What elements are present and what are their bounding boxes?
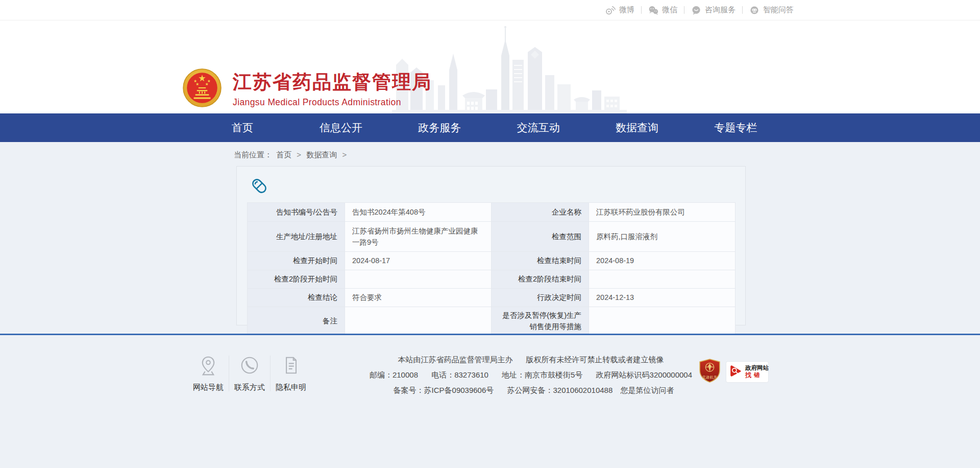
table-label: 是否涉及暂停(恢复)生产销售使用等措施 <box>492 307 589 336</box>
nav-item-interaction[interactable]: 交流互动 <box>489 113 587 142</box>
table-label: 检查范围 <box>492 222 589 252</box>
smart-qa-link[interactable]: 智能问答 <box>749 5 794 15</box>
breadcrumb-separator: > <box>297 150 301 159</box>
qa-label: 智能问答 <box>763 5 794 15</box>
map-pin-icon <box>198 369 219 378</box>
table-label: 生产地址/注册地址 <box>248 222 345 252</box>
weibo-link[interactable]: 微博 <box>605 5 634 15</box>
table-row: 检查2阶段开始时间 检查2阶段结束时间 <box>248 270 736 289</box>
qa-icon <box>749 5 760 15</box>
gov-site-find-error-badge[interactable]: 政府网站 找错 <box>726 362 768 382</box>
table-row: 备注 是否涉及暂停(恢复)生产销售使用等措施 <box>248 307 736 336</box>
nav-item-data-query[interactable]: 数据查询 <box>587 113 686 142</box>
footer-quick-links: 网站导航 联系方式 隐私申明 <box>188 355 311 392</box>
table-label: 检查结论 <box>248 289 345 307</box>
footer-link-label: 网站导航 <box>188 383 229 392</box>
footer-visitor-counter: 您是第位访问者 <box>620 386 674 394</box>
breadcrumb: 当前位置： 首页 > 数据查询 > <box>234 150 980 159</box>
footer-link-sitemap[interactable]: 网站导航 <box>188 355 229 392</box>
table-value: 符合要求 <box>345 289 492 307</box>
inspection-table: 告知书编号/公告号 告知书2024年第408号 企业名称 江苏联环药业股份有限公… <box>247 202 736 336</box>
site-subtitle: Jiangsu Medical Products Administration <box>233 97 432 108</box>
table-value <box>589 270 736 289</box>
badge-gov-site-label: 政府网站 <box>745 364 769 371</box>
table-label: 检查结束时间 <box>492 252 589 270</box>
nav-item-info-disclosure[interactable]: 信息公开 <box>291 113 390 142</box>
table-label: 检查2阶段开始时间 <box>248 270 345 289</box>
table-row: 检查结论 符合要求 行政决定时间 2024-12-13 <box>248 289 736 307</box>
footer-host-text: 本站由江苏省药品监督管理局主办 <box>398 355 512 364</box>
consult-icon <box>691 5 701 15</box>
breadcrumb-prefix: 当前位置： <box>234 150 272 159</box>
footer-copyright-text: 版权所有未经许可禁止转载或者建立镜像 <box>526 355 664 364</box>
national-emblem-logo <box>183 68 222 109</box>
table-value <box>345 307 492 336</box>
table-value: 2024-12-13 <box>589 289 736 307</box>
topbar: 微博 微信 咨询服务 <box>0 0 980 20</box>
table-value <box>589 307 736 336</box>
footer-link-contact[interactable]: 联系方式 <box>229 355 270 392</box>
footer-link-label: 联系方式 <box>229 383 270 392</box>
nav-item-home[interactable]: 首页 <box>193 113 291 142</box>
table-label: 检查2阶段结束时间 <box>492 270 589 289</box>
svg-text:党政机关: 党政机关 <box>702 375 717 380</box>
consult-service-link[interactable]: 咨询服务 <box>691 5 736 15</box>
footer-info: 本站由江苏省药品监督管理局主办 版权所有未经许可禁止转载或者建立镜像 邮编：21… <box>352 352 709 398</box>
footer-line-2: 邮编：210008 电话：83273610 地址：南京市鼓楼街5号 政府网站标识… <box>352 367 709 383</box>
table-label: 告知书编号/公告号 <box>248 203 345 222</box>
footer-line-1: 本站由江苏省药品监督管理局主办 版权所有未经许可禁止转载或者建立镜像 <box>352 352 709 367</box>
find-error-magnifier-icon <box>729 364 743 380</box>
topbar-separator <box>742 6 743 14</box>
footer-badges: 党政机关 政府网站 找错 <box>698 359 768 385</box>
table-row: 检查开始时间 2024-08-17 检查结束时间 2024-08-19 <box>248 252 736 270</box>
footer-phone: 电话：83273610 <box>431 370 488 379</box>
party-gov-shield-badge[interactable]: 党政机关 <box>698 359 721 385</box>
footer-security-number: 苏公网安备：32010602010488 <box>507 386 612 394</box>
wechat-label: 微信 <box>662 5 677 15</box>
table-value: 原料药,口服溶液剂 <box>589 222 736 252</box>
breadcrumb-link-home[interactable]: 首页 <box>276 150 291 159</box>
table-value: 江苏省扬州市扬州生物健康产业园健康一路9号 <box>345 222 492 252</box>
table-row: 生产地址/注册地址 江苏省扬州市扬州生物健康产业园健康一路9号 检查范围 原料药… <box>248 222 736 252</box>
table-value: 告知书2024年第408号 <box>345 203 492 222</box>
footer: 网站导航 联系方式 隐私申明 <box>0 335 980 466</box>
consult-label: 咨询服务 <box>705 5 736 15</box>
footer-postcode: 邮编：210008 <box>370 370 418 379</box>
table-value: 2024-08-17 <box>345 252 492 270</box>
table-label: 行政决定时间 <box>492 289 589 307</box>
footer-icp-number: 备案号：苏ICP备09039606号 <box>394 386 494 394</box>
table-value: 2024-08-19 <box>589 252 736 270</box>
main-nav: 首页 信息公开 政务服务 交流互动 数据查询 专题专栏 <box>0 113 980 142</box>
find-error-badge-text: 政府网站 找错 <box>745 364 769 379</box>
weibo-icon <box>605 5 616 15</box>
footer-site-id: 政府网站标识码3200000004 <box>596 370 692 379</box>
table-label: 企业名称 <box>492 203 589 222</box>
nav-item-gov-services[interactable]: 政务服务 <box>390 113 489 142</box>
privacy-icon <box>280 369 302 378</box>
site-title: 江苏省药品监督管理局 <box>233 72 432 93</box>
site-identity: 江苏省药品监督管理局 Jiangsu Medical Products Admi… <box>233 68 432 108</box>
table-value: 江苏联环药业股份有限公司 <box>589 203 736 222</box>
badge-find-error-label: 找错 <box>745 371 769 379</box>
topbar-separator <box>684 6 684 14</box>
footer-link-privacy[interactable]: 隐私申明 <box>271 355 311 392</box>
breadcrumb-separator: > <box>342 150 347 159</box>
wechat-icon <box>648 5 658 15</box>
phone-icon <box>239 369 260 378</box>
breadcrumb-link-data-query[interactable]: 数据查询 <box>306 150 337 159</box>
footer-link-label: 隐私申明 <box>271 383 311 392</box>
content-area: 当前位置： 首页 > 数据查询 > 告知书编号/公告号 告知书2024年第408… <box>0 142 980 334</box>
footer-address: 地址：南京市鼓楼街5号 <box>502 370 582 379</box>
table-value <box>345 270 492 289</box>
inspection-detail-card: 告知书编号/公告号 告知书2024年第408号 企业名称 江苏联环药业股份有限公… <box>236 166 746 325</box>
site-header: 江苏省药品监督管理局 Jiangsu Medical Products Admi… <box>0 20 980 113</box>
table-label: 备注 <box>248 307 345 336</box>
table-row: 告知书编号/公告号 告知书2024年第408号 企业名称 江苏联环药业股份有限公… <box>248 203 736 222</box>
table-label: 检查开始时间 <box>248 252 345 270</box>
weibo-label: 微博 <box>619 5 634 15</box>
footer-line-3: 备案号：苏ICP备09039606号 苏公网安备：32010602010488 … <box>352 383 709 398</box>
topbar-separator <box>641 6 642 14</box>
pill-icon <box>250 177 735 197</box>
wechat-link[interactable]: 微信 <box>648 5 677 15</box>
nav-item-special-topics[interactable]: 专题专栏 <box>687 113 785 142</box>
